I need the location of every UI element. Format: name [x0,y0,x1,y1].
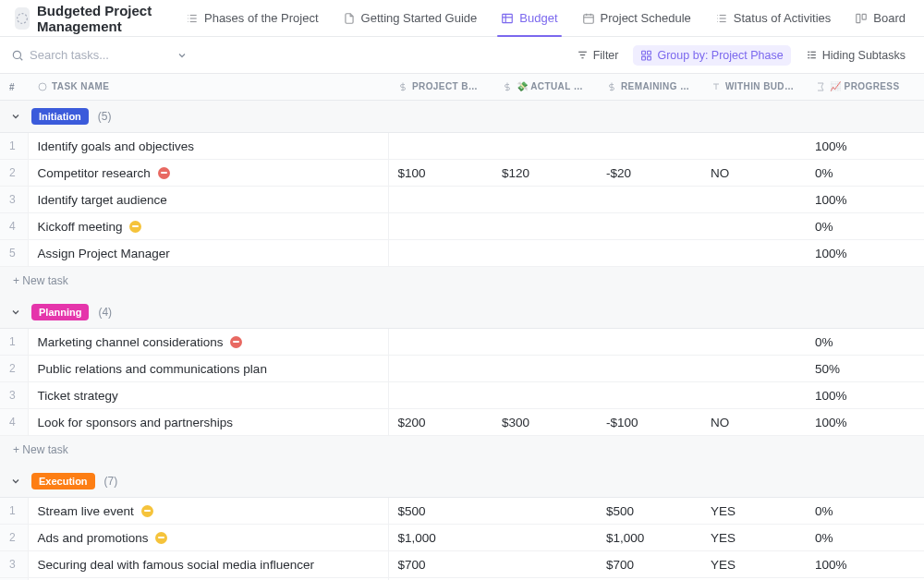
cell-budget[interactable] [388,133,492,160]
group-pill[interactable]: Planning [31,304,89,320]
cell-budget[interactable] [388,213,492,240]
cell-remaining[interactable]: -$100 [597,409,701,436]
col-remaining[interactable]: REMAINING BUDGET [597,74,701,101]
table-row[interactable]: 3Securing deal with famous social media … [0,551,924,578]
cell-remaining[interactable] [597,382,701,409]
cell-within[interactable] [701,133,806,160]
cell-actual[interactable] [492,382,597,409]
cell-progress[interactable]: 100% [806,240,924,267]
tab-status-of-activities[interactable]: Status of Activities [704,0,843,36]
group-toggle-chevron[interactable] [9,110,22,123]
group-by-button[interactable]: Group by: Project Phase [633,45,790,66]
cell-within[interactable] [701,213,806,240]
cell-within[interactable]: NO [701,409,806,436]
cell-actual[interactable]: $300 [492,409,597,436]
cell-budget[interactable]: $200 [388,409,492,436]
cell-actual[interactable] [492,187,597,213]
cell-actual[interactable] [492,133,597,160]
col-progress[interactable]: 📈 PROGRESS [806,74,924,101]
col-budget[interactable]: PROJECT BUDG… [388,74,492,101]
tab-project-schedule[interactable]: Project Schedule [571,0,702,36]
table-row[interactable]: 1Identify goals and objectives100% [0,133,924,160]
cell-actual[interactable] [492,356,597,382]
cell-progress[interactable]: 100% [806,187,924,213]
cell-remaining[interactable] [597,329,701,356]
cell-actual[interactable] [492,213,597,240]
table-row[interactable]: 2Public relations and communications pla… [0,356,924,382]
cell-remaining[interactable] [597,213,701,240]
cell-within[interactable]: YES [701,525,806,551]
cell-within[interactable] [701,240,806,267]
cell-actual[interactable] [492,240,597,267]
new-task-button[interactable]: + New task [0,267,924,297]
cell-budget[interactable] [388,187,492,213]
cell-budget[interactable] [388,356,492,382]
col-index[interactable]: # [0,74,28,101]
cell-remaining[interactable]: $700 [597,551,701,578]
col-within[interactable]: WITHIN BUDGET? [701,74,806,101]
group-toggle-chevron[interactable] [9,306,22,319]
tab-getting-started-guide[interactable]: Getting Started Guide [332,0,489,36]
cell-budget[interactable]: $500 [388,498,492,525]
cell-budget[interactable]: $700 [388,551,492,578]
tab-budget[interactable]: Budget [490,0,568,36]
cell-remaining[interactable]: -$20 [597,160,701,187]
cell-progress[interactable]: 100% [806,409,924,436]
cell-progress[interactable]: 0% [806,213,924,240]
cell-within[interactable] [701,187,806,213]
table-row[interactable]: 2Competitor research $100$120-$20NO0% [0,160,924,187]
search-input[interactable] [30,48,168,62]
group-pill[interactable]: Execution [31,473,95,489]
cell-progress[interactable]: 100% [806,133,924,160]
group-pill[interactable]: Initiation [31,108,89,125]
cell-progress[interactable]: 100% [806,551,924,578]
cell-progress[interactable]: 0% [806,525,924,551]
cell-within[interactable]: NO [701,160,806,187]
task-name: Ticket strategy [38,389,118,403]
cell-remaining[interactable] [597,356,701,382]
cell-actual[interactable]: $120 [492,160,597,187]
col-actual[interactable]: 💸 ACTUAL COST [492,74,597,101]
tab-phases-of-the-project[interactable]: Phases of the Project [175,0,330,36]
cell-within[interactable]: YES [701,551,806,578]
cell-progress[interactable]: 100% [806,382,924,409]
cell-actual[interactable] [492,525,597,551]
cell-budget[interactable] [388,329,492,356]
cell-remaining[interactable]: $500 [597,498,701,525]
cell-progress[interactable]: 0% [806,160,924,187]
tab-board[interactable]: Board [844,0,917,36]
cell-progress[interactable]: 0% [806,498,924,525]
cell-progress[interactable]: 50% [806,356,924,382]
cell-remaining[interactable] [597,187,701,213]
table-row[interactable]: 4Look for sponsors and partnerships$200$… [0,409,924,436]
cell-within[interactable] [701,329,806,356]
table-row[interactable]: 4Kickoff meeting 0% [0,213,924,240]
cell-progress[interactable]: 0% [806,329,924,356]
cell-budget[interactable] [388,382,492,409]
new-task-button[interactable]: + New task [0,436,924,466]
table-row[interactable]: 3Ticket strategy100% [0,382,924,409]
cell-within[interactable]: YES [701,498,806,525]
table-row[interactable]: 5Assign Project Manager100% [0,240,924,267]
circle-icon [37,81,48,92]
subtasks-button[interactable]: Hiding Subtasks [798,45,913,66]
cell-budget[interactable]: $100 [388,160,492,187]
table-row[interactable]: 1Stream live event $500$500YES0% [0,498,924,525]
cell-remaining[interactable] [597,133,701,160]
cell-actual[interactable] [492,329,597,356]
cell-actual[interactable] [492,551,597,578]
cell-within[interactable] [701,382,806,409]
filter-button[interactable]: Filter [569,45,626,66]
cell-actual[interactable] [492,498,597,525]
cell-within[interactable] [701,356,806,382]
cell-budget[interactable]: $1,000 [388,525,492,551]
table-row[interactable]: 2Ads and promotions $1,000$1,000YES0% [0,525,924,551]
table-row[interactable]: 1Marketing channel considerations 0% [0,329,924,356]
cell-budget[interactable] [388,240,492,267]
col-task-name[interactable]: TASK NAME [28,74,388,101]
search-expand-chevron[interactable] [174,47,190,64]
cell-remaining[interactable]: $1,000 [597,525,701,551]
cell-remaining[interactable] [597,240,701,267]
table-row[interactable]: 3Identify target audience100% [0,187,924,213]
group-toggle-chevron[interactable] [9,475,22,488]
